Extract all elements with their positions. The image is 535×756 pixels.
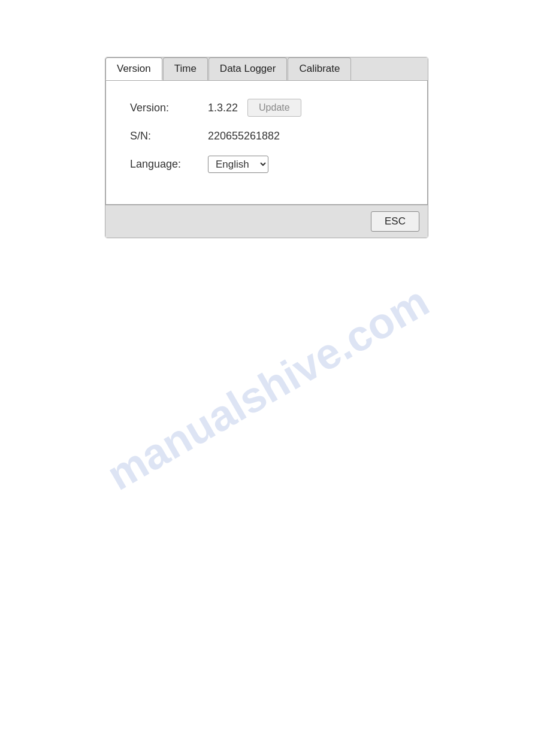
version-row: Version: 1.3.22 Update (130, 99, 403, 117)
tab-time[interactable]: Time (163, 57, 208, 80)
language-select[interactable]: English French Spanish German Chinese (208, 156, 268, 173)
esc-button[interactable]: ESC (371, 211, 419, 232)
dialog-footer: ESC (105, 205, 428, 238)
sn-row: S/N: 220655261882 (130, 130, 403, 142)
update-button[interactable]: Update (247, 99, 301, 117)
language-row: Language: English French Spanish German … (130, 156, 403, 173)
sn-value: 220655261882 (208, 130, 280, 142)
tab-content-version: Version: 1.3.22 Update S/N: 220655261882… (105, 81, 428, 205)
tab-version[interactable]: Version (105, 57, 162, 80)
language-label: Language: (130, 158, 208, 171)
watermark: manualshive.com (98, 276, 436, 499)
tab-bar: Version Time Data Logger Calibrate (105, 57, 428, 81)
tab-calibrate[interactable]: Calibrate (288, 57, 351, 80)
sn-label: S/N: (130, 130, 208, 142)
version-value: 1.3.22 (208, 102, 238, 114)
tab-data-logger[interactable]: Data Logger (208, 57, 288, 80)
version-label: Version: (130, 102, 208, 114)
dialog-container: Version Time Data Logger Calibrate Versi… (105, 57, 428, 238)
